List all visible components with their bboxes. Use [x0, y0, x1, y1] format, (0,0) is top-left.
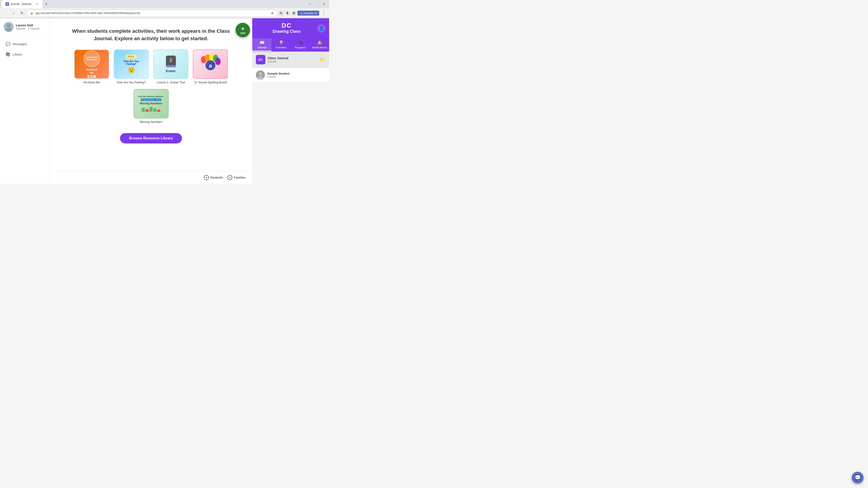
activities-icon: 💡: [279, 40, 284, 45]
families-add-icon: +: [227, 175, 232, 180]
activities-tab-label: Activities: [276, 46, 287, 49]
class-journal-name: Class Journal: [268, 56, 318, 60]
left-nav: Lauren Deli Teacher - 2 Classes 💬 Messag…: [0, 18, 50, 184]
notifications-icon: 🔔: [317, 40, 322, 45]
student-name: Sample Student: [267, 72, 326, 75]
progress-icon: 🎓: [298, 40, 303, 45]
tab-favicon: S: [5, 2, 9, 6]
tab-title: Journal - Seesaw: [10, 2, 31, 6]
library-icon: 📚: [5, 52, 10, 57]
activity-title: Lesson 1: Eraser Tool: [153, 80, 188, 85]
add-button[interactable]: + Add: [236, 23, 250, 37]
class-journal-entry[interactable]: DC Class Journal 0 posts 📁: [252, 52, 329, 68]
journal-icon: 📖: [259, 40, 265, 45]
student-posts: 0 posts: [267, 75, 326, 78]
new-tab-button[interactable]: +: [43, 2, 50, 6]
student-avatar: [256, 70, 265, 79]
activity-thumbnail-spelling: a: [193, 50, 228, 79]
tab-close-button[interactable]: ✕: [35, 2, 39, 6]
class-name: Drawing Class: [273, 29, 301, 34]
activity-card[interactable]: POLL How Are YouFeeling? 😟 How Are You F…: [114, 50, 149, 85]
sidebar-item-messages[interactable]: 💬 Messages: [2, 39, 48, 49]
maximize-button[interactable]: ⬜: [314, 1, 320, 7]
refresh-button[interactable]: ↻: [18, 9, 25, 17]
svg-text:a: a: [209, 63, 212, 69]
class-avatar: DC: [256, 55, 266, 64]
browse-button-label: Browse Resource Library: [129, 136, 173, 140]
students-action[interactable]: + Students: [204, 175, 223, 180]
students-label: Students: [210, 176, 223, 179]
folder-icon: 📁: [320, 57, 326, 62]
sidebar-tabs: 📖 Journal 💡 Activities 🎓 Progress 🔔 Noti…: [252, 38, 329, 52]
browse-resource-library-button[interactable]: Browse Resource Library: [120, 133, 182, 143]
tab-notifications[interactable]: 🔔 Notifications: [310, 38, 329, 51]
empty-state-title: When students complete activities, their…: [72, 27, 230, 42]
messages-icon: 💬: [5, 41, 10, 46]
activity-title: "a" Sound-Spelling Board: [193, 80, 228, 85]
activity-thumbnail-eraser: Eraser: [153, 50, 188, 79]
activity-thumbnail-all-about-me: COMMUNITYBUILDERS All AboutMe PK-2™: [74, 50, 109, 79]
close-button[interactable]: ✕: [321, 1, 327, 7]
sidebar-header: DC Drawing Class 👤: [252, 18, 329, 38]
activity-card[interactable]: Find the missing numbers. Drag and Drop …: [133, 89, 168, 124]
main-content: When students complete activities, their…: [50, 18, 252, 184]
settings-icon: 👤: [319, 26, 324, 31]
bottom-bar: + Students + Families: [50, 171, 252, 184]
svg-point-0: [6, 23, 11, 28]
svg-point-6: [215, 58, 221, 65]
families-action[interactable]: + Families: [227, 175, 246, 180]
sidebar-content: DC Class Journal 0 posts 📁: [252, 52, 329, 184]
student-entry[interactable]: Sample Student 0 posts: [252, 68, 329, 83]
address-text: app.seesaw.me/#/class/class.013e8bba-54f…: [35, 11, 269, 15]
notifications-tab-label: Notifications: [312, 46, 327, 49]
sidebar-item-library[interactable]: 📚 Library: [2, 50, 48, 59]
avatar: [4, 22, 13, 32]
class-journal-posts: 0 posts: [268, 60, 318, 63]
svg-point-1: [5, 28, 12, 32]
extension-icon-download[interactable]: ⬇: [285, 10, 290, 16]
families-label: Families: [234, 176, 246, 179]
activity-title: How Are You Feeling?: [114, 80, 149, 85]
activity-grid: COMMUNITYBUILDERS All AboutMe PK-2™ All …: [63, 50, 239, 124]
incognito-label: Incognito (2): [304, 12, 317, 14]
activity-thumbnail-how-feeling: POLL How Are YouFeeling? 😟: [114, 50, 149, 79]
library-label: Library: [13, 53, 22, 56]
tab-progress[interactable]: 🎓 Progress: [291, 38, 310, 51]
messages-label: Messages: [13, 42, 27, 46]
tab-activities[interactable]: 💡 Activities: [272, 38, 291, 51]
add-label: Add: [240, 32, 245, 34]
journal-tab-label: Journal: [257, 46, 267, 49]
extension-icon-sidebar[interactable]: ▤: [291, 10, 297, 16]
settings-button[interactable]: 👤: [317, 24, 326, 33]
students-add-icon: +: [204, 175, 209, 180]
address-bar[interactable]: 🔒 app.seesaw.me/#/class/class.013e8bba-5…: [26, 9, 278, 17]
progress-tab-label: Progress: [295, 46, 306, 49]
incognito-profile-button[interactable]: 🎭 Incognito (2): [298, 11, 319, 15]
activity-thumbnail-missing-numbers: Find the missing numbers. Drag and Drop …: [133, 89, 168, 119]
browser-tab[interactable]: S Journal - Seesaw ✕: [2, 0, 42, 8]
forward-button[interactable]: ›: [10, 9, 17, 17]
user-role: Teacher - 2 Classes: [16, 27, 40, 30]
menu-button[interactable]: ⋮: [320, 9, 327, 17]
class-initials: DC: [282, 22, 291, 29]
right-sidebar: DC Drawing Class 👤 📖 Journal 💡 Activitie…: [252, 18, 329, 184]
student-info: Sample Student 0 posts: [267, 72, 326, 78]
user-info: Lauren Deli Teacher - 2 Classes: [0, 22, 50, 36]
activity-card[interactable]: a "a" Sound-Spelling Board: [193, 50, 228, 85]
activity-card[interactable]: Eraser Lesson 1: Eraser Tool: [153, 50, 188, 85]
plus-icon: +: [241, 26, 244, 32]
back-button[interactable]: ‹: [2, 9, 9, 17]
activity-title: All About Me: [74, 80, 109, 85]
class-avatar-initials: DC: [258, 58, 263, 61]
svg-point-15: [258, 72, 262, 76]
minimize-button[interactable]: ─: [307, 1, 313, 7]
activity-card[interactable]: COMMUNITYBUILDERS All AboutMe PK-2™ All …: [74, 50, 109, 85]
journal-entry-info: Class Journal 0 posts: [268, 56, 318, 63]
activity-title: Missing Numbers: [133, 120, 168, 124]
user-name: Lauren Deli: [16, 24, 40, 27]
tab-journal[interactable]: 📖 Journal: [252, 38, 272, 51]
extension-icon-bookmark[interactable]: 🔖: [278, 10, 284, 16]
